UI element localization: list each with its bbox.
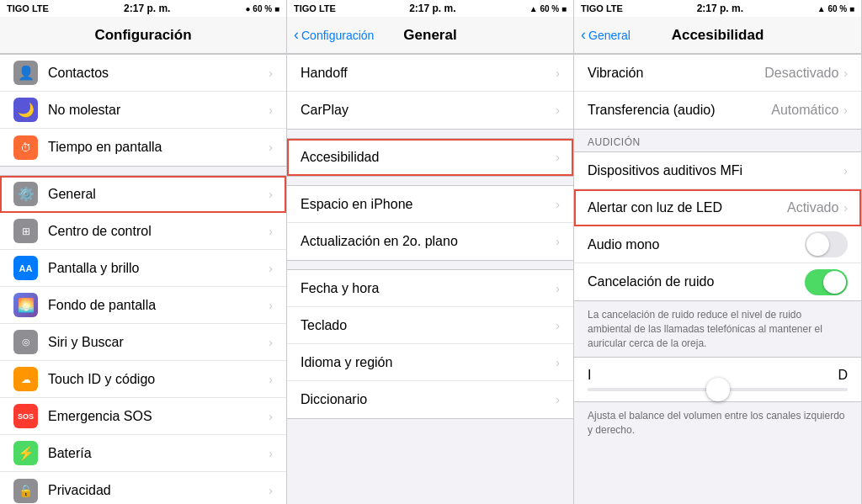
nav-back-2[interactable]: ‹ Configuración (294, 27, 374, 44)
chevron-alertar-led: › (843, 201, 848, 215)
chevron-carplay: › (556, 103, 560, 117)
label-fondo-pantalla: Fondo de pantalla (48, 298, 269, 313)
item-touch-id[interactable]: ☁ Touch ID y código › (0, 361, 286, 398)
icon-contactos: 👤 (13, 61, 38, 85)
item-espacio-iphone[interactable]: Espacio en iPhone › (287, 186, 573, 223)
item-actualizacion-2o[interactable]: Actualización en 2o. plano › (287, 223, 573, 260)
value-vibracion: Desactivado (764, 66, 838, 81)
gap-2a (287, 130, 573, 138)
settings-group-top: 👤 Contactos › 🌙 No molestar › ⏱ Tiempo e… (0, 54, 286, 167)
chevron-contactos: › (269, 66, 273, 80)
chevron-fecha-hora: › (556, 282, 560, 295)
item-emergencia-sos[interactable]: SOS Emergencia SOS › (0, 398, 286, 435)
label-general: General (48, 187, 269, 202)
label-dispositivos-auditivos: Dispositivos auditivos MFi (588, 163, 843, 178)
item-siri-buscar[interactable]: ◎ Siri y Buscar › (0, 324, 286, 361)
back-chevron-3: ‹ (581, 26, 586, 44)
label-emergencia-sos: Emergencia SOS (48, 409, 269, 424)
gap-1 (0, 167, 286, 175)
battery-3: ▲ 60 % ■ (817, 4, 854, 13)
item-carplay[interactable]: CarPlay › (287, 92, 573, 129)
item-dispositivos-auditivos[interactable]: Dispositivos auditivos MFi › (574, 152, 861, 189)
item-teclado[interactable]: Teclado › (287, 307, 573, 344)
item-audio-mono[interactable]: Audio mono (574, 226, 861, 263)
slider-area-balance: I D (574, 357, 861, 402)
time-1: 2:17 p. m. (124, 3, 170, 14)
back-chevron-2: ‹ (294, 26, 299, 44)
label-carplay: CarPlay (301, 103, 556, 118)
slider-label-right: D (838, 368, 848, 383)
nav-title-1: Configuración (94, 27, 191, 44)
icon-bateria: ⚡ (13, 441, 38, 465)
item-fondo-pantalla[interactable]: 🌅 Fondo de pantalla › (0, 287, 286, 324)
item-general[interactable]: ⚙️ General › (0, 176, 286, 213)
icon-fondo-pantalla: 🌅 (13, 293, 38, 317)
toggle-audio-mono[interactable] (805, 231, 848, 257)
status-bar-1: TIGO LTE 2:17 p. m. ● 60 % ■ (0, 0, 286, 17)
icon-privacidad: 🔒 (13, 479, 38, 503)
gap-2c (287, 261, 573, 269)
label-contactos: Contactos (48, 66, 269, 81)
item-accesibilidad[interactable]: Accesibilidad › (287, 139, 573, 176)
chevron-fondo-pantalla: › (269, 299, 273, 312)
status-bar-2: TIGO LTE 2:17 p. m. ▲ 60 % ■ (287, 0, 573, 17)
item-pantalla-brillo[interactable]: AA Pantalla y brillo › (0, 250, 286, 287)
item-tiempo-pantalla[interactable]: ⏱ Tiempo en pantalla › (0, 129, 286, 166)
nav-bar-3: ‹ General Accesibilidad (574, 17, 861, 54)
chevron-touch-id: › (269, 373, 273, 386)
item-handoff[interactable]: Handoff › (287, 55, 573, 92)
item-contactos[interactable]: 👤 Contactos › (0, 55, 286, 92)
group-accesibilidad: Accesibilidad › (287, 138, 573, 177)
chevron-privacidad: › (269, 484, 273, 497)
item-bateria[interactable]: ⚡ Batería › (0, 435, 286, 472)
chevron-diccionario: › (556, 393, 560, 406)
item-cancelacion-ruido[interactable]: Cancelación de ruido (574, 263, 861, 300)
nav-back-label-3: General (588, 29, 631, 42)
toggle-cancelacion-ruido[interactable] (805, 269, 848, 295)
label-touch-id: Touch ID y código (48, 372, 269, 387)
chevron-centro-control: › (269, 225, 273, 238)
label-idioma-region: Idioma y región (301, 355, 556, 370)
slider-knob-balance[interactable] (706, 378, 730, 401)
gap-2b (287, 177, 573, 185)
settings-group-general: ⚙️ General › ⊞ Centro de control › AA Pa… (0, 175, 286, 504)
item-alertar-led[interactable]: Alertar con luz de LED Activado › (574, 189, 861, 226)
nav-back-3[interactable]: ‹ General (581, 27, 631, 44)
toggle-knob-audio-mono (806, 233, 829, 256)
carrier-2: TIGO LTE (294, 3, 336, 13)
nav-title-2: General (403, 27, 456, 44)
label-pantalla-brillo: Pantalla y brillo (48, 261, 269, 276)
info-text-cancelacion: La cancelación de ruido reduce el nivel … (574, 301, 861, 357)
label-fecha-hora: Fecha y hora (301, 281, 556, 296)
chevron-emergencia-sos: › (269, 410, 273, 423)
label-tiempo-pantalla: Tiempo en pantalla (48, 140, 269, 155)
nav-bar-1: Configuración (0, 17, 286, 54)
item-no-molestar[interactable]: 🌙 No molestar › (0, 92, 286, 129)
group-handoff-carplay: Handoff › CarPlay › (287, 54, 573, 130)
item-idioma-region[interactable]: Idioma y región › (287, 344, 573, 381)
label-teclado: Teclado (301, 318, 556, 333)
item-transferencia-audio[interactable]: Transferencia (audio) Automático › (574, 92, 861, 129)
item-vibracion[interactable]: Vibración Desactivado › (574, 55, 861, 92)
chevron-espacio-iphone: › (556, 198, 560, 211)
label-no-molestar: No molestar (48, 103, 269, 118)
value-transferencia-audio: Automático (771, 103, 838, 118)
toggle-knob-cancelacion-ruido (823, 271, 846, 294)
label-audio-mono: Audio mono (588, 237, 805, 252)
icon-tiempo-pantalla: ⏱ (13, 135, 38, 160)
label-transferencia-audio: Transferencia (audio) (588, 103, 771, 118)
label-cancelacion-ruido: Cancelación de ruido (588, 274, 805, 289)
settings-list-1: 👤 Contactos › 🌙 No molestar › ⏱ Tiempo e… (0, 54, 286, 504)
item-privacidad[interactable]: 🔒 Privacidad › (0, 472, 286, 504)
nav-back-label-2: Configuración (301, 29, 374, 42)
icon-general: ⚙️ (13, 182, 38, 206)
group-vibracion-transferencia: Vibración Desactivado › Transferencia (a… (574, 54, 861, 130)
item-fecha-hora[interactable]: Fecha y hora › (287, 270, 573, 307)
item-centro-control[interactable]: ⊞ Centro de control › (0, 213, 286, 250)
group-espacio-actualizacion: Espacio en iPhone › Actualización en 2o.… (287, 185, 573, 261)
label-privacidad: Privacidad (48, 483, 269, 498)
item-diccionario[interactable]: Diccionario › (287, 381, 573, 418)
label-alertar-led: Alertar con luz de LED (588, 200, 787, 215)
slider-track-balance[interactable] (588, 388, 848, 391)
label-siri-buscar: Siri y Buscar (48, 335, 269, 350)
